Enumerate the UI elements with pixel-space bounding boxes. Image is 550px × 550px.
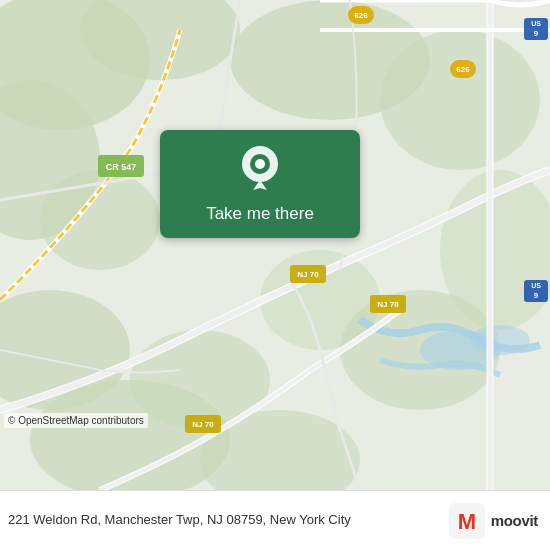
svg-point-15 — [470, 325, 530, 355]
take-me-there-button[interactable]: Take me there — [160, 130, 360, 238]
svg-text:9: 9 — [534, 29, 539, 38]
svg-text:626: 626 — [456, 65, 470, 74]
moovit-logo-icon: M — [449, 503, 485, 539]
svg-point-4 — [40, 170, 160, 270]
moovit-logo: M moovit — [449, 503, 538, 539]
svg-text:CR 547: CR 547 — [106, 162, 137, 172]
address-text: 221 Weldon Rd, Manchester Twp, NJ 08759,… — [8, 511, 449, 529]
svg-point-36 — [255, 159, 265, 169]
svg-text:626: 626 — [354, 11, 368, 20]
button-label: Take me there — [206, 204, 314, 224]
svg-point-8 — [380, 30, 540, 170]
moovit-brand-text: moovit — [491, 512, 538, 529]
svg-text:NJ 70: NJ 70 — [377, 300, 399, 309]
svg-text:US: US — [531, 20, 541, 27]
location-pin-icon — [240, 146, 280, 196]
svg-text:US: US — [531, 282, 541, 289]
map-attribution: © OpenStreetMap contributors — [4, 413, 148, 428]
svg-text:NJ 70: NJ 70 — [192, 420, 214, 429]
map-area: CR 547 NJ 70 NJ 70 NJ 70 US 9 US 9 626 6… — [0, 0, 550, 490]
svg-text:NJ 70: NJ 70 — [297, 270, 319, 279]
svg-text:9: 9 — [534, 291, 539, 300]
svg-text:M: M — [457, 509, 475, 534]
info-bar: 221 Weldon Rd, Manchester Twp, NJ 08759,… — [0, 490, 550, 550]
